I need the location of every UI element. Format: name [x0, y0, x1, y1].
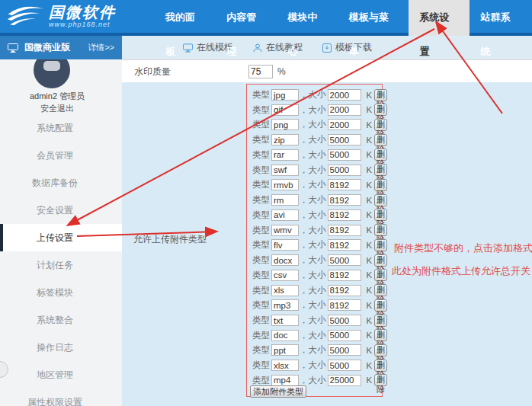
- delete-button[interactable]: 删除: [374, 269, 387, 281]
- sidebar-item-security[interactable]: 安全设置: [0, 197, 122, 224]
- logout-link[interactable]: 安全退出: [0, 103, 114, 114]
- type-input[interactable]: [271, 344, 299, 356]
- delete-button[interactable]: 删除: [374, 194, 387, 206]
- template-download-link[interactable]: 模板下载: [322, 41, 372, 54]
- type-input[interactable]: [271, 104, 299, 116]
- filetype-row: 类型 ，大小 K 删除: [252, 269, 380, 282]
- size-input[interactable]: [328, 254, 361, 266]
- size-input[interactable]: [328, 330, 361, 341]
- size-input[interactable]: [328, 134, 361, 145]
- size-input[interactable]: [328, 209, 361, 221]
- delete-button[interactable]: 删除: [374, 179, 387, 191]
- edition-bar[interactable]: 国微商业版 详情>>: [0, 36, 122, 59]
- size-input[interactable]: [328, 360, 361, 371]
- delete-button[interactable]: 删除: [374, 89, 387, 101]
- delete-button[interactable]: 删除: [374, 284, 387, 296]
- size-input[interactable]: [328, 239, 361, 251]
- nav-system-settings[interactable]: 系统设置: [409, 0, 470, 36]
- type-input[interactable]: [271, 225, 299, 236]
- type-input[interactable]: [271, 119, 299, 130]
- sidebar-item-db-backup[interactable]: 数据库备份: [0, 169, 122, 197]
- type-input[interactable]: [271, 270, 299, 281]
- type-input[interactable]: [271, 209, 299, 221]
- delete-button[interactable]: 删除: [374, 239, 387, 251]
- type-label: 类型: [252, 360, 270, 371]
- delete-button[interactable]: 删除: [374, 360, 387, 372]
- type-input[interactable]: [271, 330, 299, 341]
- size-input[interactable]: [328, 375, 361, 386]
- size-input[interactable]: [328, 344, 361, 356]
- logo[interactable]: 国微软件 www.php168.net: [6, 3, 116, 29]
- admin-screen: 国微软件 www.php168.net 我的面板 内容管理 模块中心 模板与菜单…: [0, 0, 532, 406]
- filetype-row: 类型 ，大小 K 删除: [252, 254, 380, 267]
- type-label: 类型: [252, 149, 270, 161]
- sidebar-item-region-manage[interactable]: 地区管理: [0, 361, 122, 388]
- unit-label: K: [367, 316, 373, 325]
- sidebar-item-attr-permission[interactable]: 属性权限设置: [0, 388, 122, 406]
- size-input[interactable]: [328, 285, 361, 296]
- type-input[interactable]: [271, 149, 299, 161]
- delete-button[interactable]: 删除: [374, 209, 387, 221]
- nav-template-menu[interactable]: 模板与菜单: [338, 0, 409, 36]
- delete-button[interactable]: 删除: [374, 344, 387, 356]
- size-label: ，大小: [300, 285, 326, 296]
- nav-my-panel[interactable]: 我的面板: [154, 0, 215, 36]
- delete-button[interactable]: 删除: [374, 104, 387, 116]
- sidebar-item-member-manage[interactable]: 会员管理: [0, 142, 122, 169]
- sidebar-item-upload-settings[interactable]: 上传设置: [0, 224, 122, 251]
- delete-button[interactable]: 删除: [374, 315, 387, 327]
- delete-button[interactable]: 删除: [374, 254, 387, 267]
- size-input[interactable]: [328, 299, 361, 311]
- nav-module-center[interactable]: 模块中心: [276, 0, 337, 36]
- type-input[interactable]: [271, 315, 299, 326]
- type-label: 类型: [252, 104, 270, 116]
- delete-button[interactable]: 删除: [374, 329, 387, 341]
- nav-content-manage[interactable]: 内容管理: [215, 0, 276, 36]
- type-input[interactable]: [271, 254, 299, 266]
- type-input[interactable]: [271, 179, 299, 190]
- watermark-quality-input[interactable]: [248, 65, 273, 78]
- avatar: [34, 59, 70, 88]
- size-input[interactable]: [328, 149, 361, 161]
- size-input[interactable]: [328, 165, 361, 176]
- edition-detail-link[interactable]: 详情>>: [88, 42, 114, 53]
- size-input[interactable]: [328, 270, 361, 281]
- size-input[interactable]: [328, 194, 361, 206]
- delete-button[interactable]: 删除: [374, 164, 387, 176]
- type-input[interactable]: [271, 134, 299, 145]
- type-label: 类型: [252, 225, 270, 236]
- delete-button[interactable]: 删除: [374, 149, 387, 161]
- add-filetype-button[interactable]: 添加附件类型: [250, 385, 306, 398]
- size-input[interactable]: [328, 315, 361, 326]
- sidebar-item-system-config[interactable]: 系统配置: [0, 114, 122, 142]
- type-input[interactable]: [271, 194, 299, 206]
- delete-button[interactable]: 删除: [374, 299, 387, 312]
- type-input[interactable]: [271, 239, 299, 251]
- delete-button[interactable]: 删除: [374, 224, 387, 236]
- nav-site-group[interactable]: 站群系统: [470, 0, 530, 36]
- watermark-quality-row: 水印质量 %: [122, 59, 532, 83]
- sidebar-item-tag-module[interactable]: 标签模块: [0, 279, 122, 306]
- filetype-box: 类型 ，大小 K 删除 类型 ，大小 K 删除 类型 ，大小 K 删除 类型 ，…: [246, 84, 383, 397]
- sidebar-item-operation-log[interactable]: 操作日志: [0, 334, 122, 361]
- type-input[interactable]: [271, 299, 299, 311]
- size-input[interactable]: [328, 225, 361, 236]
- size-input[interactable]: [328, 89, 361, 101]
- delete-button[interactable]: 删除: [374, 119, 387, 131]
- sidebar-item-system-integration[interactable]: 系统整合: [0, 306, 122, 334]
- type-input[interactable]: [271, 375, 299, 386]
- sidebar-item-scheduled-tasks[interactable]: 计划任务: [0, 251, 122, 279]
- delete-button[interactable]: 删除: [374, 134, 387, 146]
- type-input[interactable]: [271, 165, 299, 176]
- filetype-row: 类型 ，大小 K 删除: [252, 118, 380, 131]
- unit-label: K: [367, 165, 373, 174]
- size-label: ，大小: [300, 360, 326, 371]
- type-input[interactable]: [271, 360, 299, 371]
- delete-button[interactable]: 删除: [374, 374, 387, 386]
- size-input[interactable]: [328, 179, 361, 190]
- unit-label: K: [367, 361, 373, 370]
- size-input[interactable]: [328, 119, 361, 130]
- size-input[interactable]: [328, 104, 361, 116]
- type-input[interactable]: [271, 285, 299, 296]
- type-input[interactable]: [271, 89, 299, 101]
